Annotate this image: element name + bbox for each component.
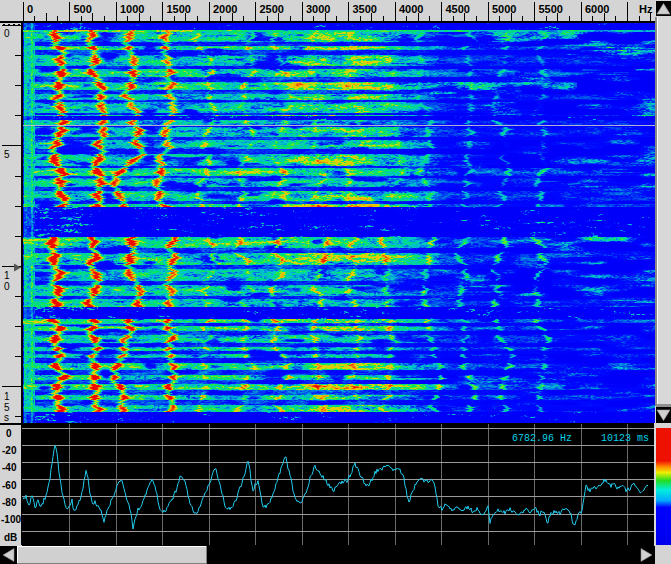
svg-text:-80: -80 <box>2 497 17 508</box>
svg-text:Hz: Hz <box>639 3 653 15</box>
svg-text:3500: 3500 <box>353 3 377 15</box>
svg-text:1000: 1000 <box>120 3 144 15</box>
svg-text:5: 5 <box>4 149 10 160</box>
svg-text:s: s <box>4 412 9 423</box>
svg-text:4500: 4500 <box>446 3 470 15</box>
svg-text:-60: -60 <box>2 480 17 491</box>
svg-text:-20: -20 <box>2 445 17 456</box>
svg-text:0: 0 <box>4 28 10 39</box>
svg-text:6782.96 Hz: 6782.96 Hz <box>512 433 572 444</box>
svg-text:5000: 5000 <box>492 3 516 15</box>
svg-text:0: 0 <box>27 3 33 15</box>
svg-text:-100: -100 <box>1 514 21 525</box>
svg-text:1: 1 <box>4 270 10 281</box>
svg-text:500: 500 <box>74 3 92 15</box>
svg-text:-40: -40 <box>2 462 17 473</box>
svg-text:3000: 3000 <box>306 3 330 15</box>
svg-text:6000: 6000 <box>585 3 609 15</box>
svg-text:10123 ms: 10123 ms <box>601 433 649 444</box>
svg-text:4000: 4000 <box>399 3 423 15</box>
svg-text:2000: 2000 <box>213 3 237 15</box>
svg-text:1: 1 <box>4 391 10 402</box>
svg-text:1500: 1500 <box>167 3 191 15</box>
svg-text:0: 0 <box>4 281 10 292</box>
svg-text:0: 0 <box>6 428 12 439</box>
svg-text:2500: 2500 <box>260 3 284 15</box>
svg-text:5500: 5500 <box>539 3 563 15</box>
svg-text:dB: dB <box>4 532 17 543</box>
